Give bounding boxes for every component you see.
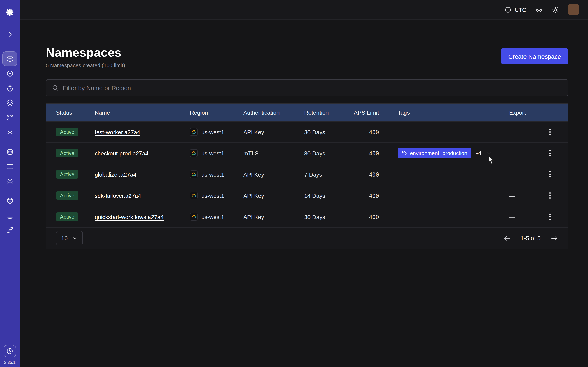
region-label: us-west1 [201,129,224,135]
previous-page-button[interactable] [503,234,511,242]
aps-limit-value: 400 [351,129,398,135]
namespace-link[interactable]: test-worker.a27a4 [95,129,140,135]
sidebar-item-workflow-branch-icon[interactable] [2,110,17,125]
col-authentication: Authentication [243,109,304,116]
col-tags: Tags [398,109,509,116]
sidebar-item-support-lifebuoy-icon[interactable] [2,193,17,208]
table-footer: 10 1-5 of 5 [46,227,568,249]
tag-chip[interactable]: environment production [398,148,471,158]
col-region: Region [190,109,243,116]
timezone-label: UTC [515,6,526,13]
table-row: Active quickstart-workflows.a27a4 us-wes… [46,206,568,227]
tag-key: environment [410,150,439,156]
kebab-menu-button[interactable] [547,148,553,159]
export-value: — [509,213,542,220]
page-size-select[interactable]: 10 [56,231,83,245]
region-label: us-west1 [201,171,224,178]
col-status: Status [56,109,95,116]
sidebar-item-rocket-icon[interactable] [2,223,17,237]
aps-limit-value: 400 [351,150,398,156]
page-subtitle: 5 Namespaces created (100 limit) [46,62,125,68]
kebab-menu-button[interactable] [547,169,553,180]
table-row: Active test-worker.a27a4 us-west1 API Ke… [46,121,568,142]
chevron-down-icon[interactable] [486,150,492,157]
sidebar-item-namespaces-cube-icon[interactable] [2,51,17,66]
sidebar-item-layers-icon[interactable] [2,95,17,110]
col-name: Name [95,109,190,116]
retention-label: 14 Days [304,192,351,199]
arrow-left-icon [503,234,511,242]
status-badge: Active [56,149,79,157]
app-version: 2.35.1 [4,360,16,365]
search-icon [52,84,59,91]
namespace-link[interactable]: sdk-failover.a27a4 [95,192,141,199]
tag-icon [402,150,407,156]
avatar[interactable] [568,4,579,15]
sidebar-item-timer-icon[interactable] [2,81,17,95]
export-value: — [509,171,542,178]
page-size-value: 10 [61,235,68,242]
status-badge: Active [56,212,79,221]
temporal-logo-icon[interactable] [2,5,17,20]
region-label: us-west1 [201,192,224,199]
export-value: — [509,192,542,199]
auth-label: API Key [243,192,304,199]
gcp-icon [190,128,198,136]
export-value: — [509,129,542,135]
pagination-range: 1-5 of 5 [521,235,541,242]
namespace-link[interactable]: checkout-prod.a27a4 [95,150,148,156]
namespace-link[interactable]: globalizer.a27a4 [95,171,136,178]
aps-limit-value: 400 [351,192,398,199]
region-label: us-west1 [201,213,224,220]
status-badge: Active [56,191,79,200]
namespace-link[interactable]: quickstart-workflows.a27a4 [95,213,164,220]
app-root: 2.35.1 UTC Namespaces 5 Namespaces creat… [0,0,588,367]
sidebar-item-globe-icon[interactable] [2,144,17,159]
aps-limit-value: 400 [351,213,398,220]
retention-label: 7 Days [304,171,351,178]
col-aps-limit: APS Limit [351,109,398,116]
gcp-icon [190,213,198,221]
usage-dollar-icon[interactable] [4,345,16,357]
sidebar-item-settings-gear-icon[interactable] [2,174,17,188]
region-label: us-west1 [201,150,224,156]
sidebar: 2.35.1 [0,0,20,367]
more-tags[interactable]: +1 [476,150,482,156]
retention-label: 30 Days [304,150,351,156]
filter-input[interactable] [63,84,562,91]
kebab-menu-button[interactable] [547,211,553,222]
sidebar-item-target-icon[interactable] [2,66,17,81]
status-badge: Active [56,170,79,179]
aps-limit-value: 400 [351,171,398,178]
kebab-menu-button[interactable] [547,126,553,138]
kebab-menu-button[interactable] [547,190,553,201]
create-namespace-button[interactable]: Create Namespace [501,48,568,64]
clock-icon [504,6,512,13]
table-row: Active sdk-failover.a27a4 us-west1 API K… [46,185,568,206]
auth-label: mTLS [243,150,304,156]
chevron-down-icon [72,235,77,241]
gcp-icon [190,149,198,157]
sidebar-item-asterisk-icon[interactable] [2,125,17,140]
export-value: — [509,150,542,156]
topbar: UTC [20,0,588,20]
retention-label: 30 Days [304,129,351,135]
theme-toggle-sun-icon[interactable] [552,6,559,13]
auth-label: API Key [243,171,304,178]
timezone-selector[interactable]: UTC [504,6,526,13]
tag-value: production [442,150,467,156]
table-row: Active checkout-prod.a27a4 us-west1 mTLS… [46,142,568,164]
next-page-button[interactable] [550,234,558,242]
sidebar-expand-chevron-icon[interactable] [2,27,17,42]
sidebar-item-billing-card-icon[interactable] [2,159,17,174]
gcp-icon [190,192,198,200]
filter-searchbar [46,79,568,96]
col-export: Export [509,109,542,116]
sidebar-item-terminal-monitor-icon[interactable] [2,208,17,223]
retention-label: 30 Days [304,213,351,220]
page-title: Namespaces [46,46,125,59]
col-retention: Retention [304,109,351,116]
glasses-icon[interactable] [535,6,543,13]
main-content: Namespaces 5 Namespaces created (100 lim… [20,20,588,367]
gcp-icon [190,170,198,178]
